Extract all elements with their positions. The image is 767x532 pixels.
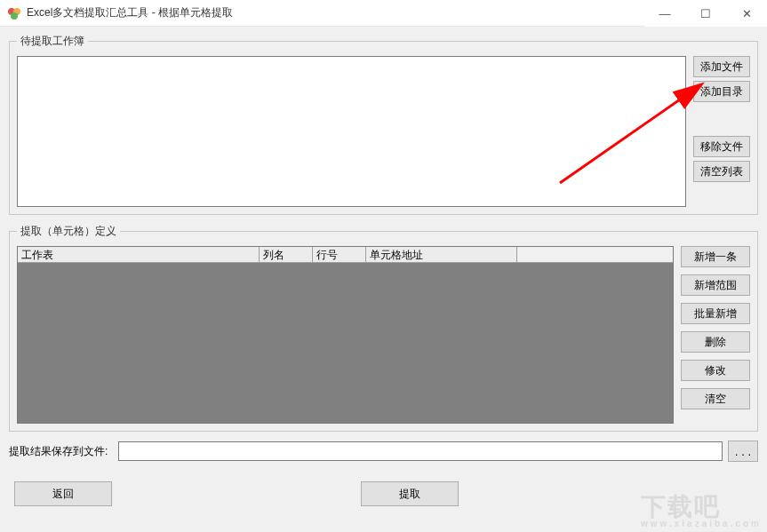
group-cell-definition: 提取（单元格）定义 工作表 列名 行号 单元格地址 新增一条 新增范围 批量新增… bbox=[9, 224, 758, 432]
definition-table[interactable]: 工作表 列名 行号 单元格地址 bbox=[17, 246, 674, 424]
edit-button[interactable]: 修改 bbox=[681, 360, 750, 381]
add-range-button[interactable]: 新增范围 bbox=[681, 274, 750, 296]
remove-file-button[interactable]: 移除文件 bbox=[693, 136, 750, 157]
save-row: 提取结果保存到文件: . . . bbox=[9, 441, 758, 462]
definition-buttons: 新增一条 新增范围 批量新增 删除 修改 清空 bbox=[681, 246, 750, 424]
browse-button[interactable]: . . . bbox=[728, 441, 758, 462]
svg-point-2 bbox=[11, 12, 18, 20]
workbook-list[interactable] bbox=[17, 56, 686, 207]
group-workbooks-legend: 待提取工作簿 bbox=[17, 34, 88, 49]
bottom-buttons: 返回 提取 bbox=[9, 478, 758, 506]
add-file-button[interactable]: 添加文件 bbox=[693, 56, 750, 77]
table-body bbox=[18, 263, 673, 423]
add-directory-button[interactable]: 添加目录 bbox=[693, 81, 750, 102]
th-column[interactable]: 列名 bbox=[260, 247, 313, 262]
group-cell-definition-legend: 提取（单元格）定义 bbox=[17, 224, 120, 239]
th-sheet[interactable]: 工作表 bbox=[18, 247, 260, 262]
add-one-button[interactable]: 新增一条 bbox=[681, 246, 750, 267]
window-controls: — ☐ ✕ bbox=[644, 0, 767, 26]
delete-button[interactable]: 删除 bbox=[681, 331, 750, 353]
table-header: 工作表 列名 行号 单元格地址 bbox=[18, 247, 673, 263]
extract-button[interactable]: 提取 bbox=[361, 481, 459, 506]
close-button[interactable]: ✕ bbox=[726, 0, 767, 27]
save-path-input[interactable] bbox=[118, 441, 723, 461]
app-icon bbox=[7, 6, 21, 20]
clear-button[interactable]: 清空 bbox=[681, 388, 750, 409]
client-area: 待提取工作簿 添加文件 添加目录 移除文件 清空列表 提取（单元格）定义 工作表… bbox=[0, 27, 767, 532]
add-batch-button[interactable]: 批量新增 bbox=[681, 303, 750, 324]
clear-list-button[interactable]: 清空列表 bbox=[693, 161, 750, 182]
minimize-button[interactable]: — bbox=[644, 0, 685, 27]
group-workbooks: 待提取工作簿 添加文件 添加目录 移除文件 清空列表 bbox=[9, 34, 758, 215]
save-label: 提取结果保存到文件: bbox=[9, 444, 108, 459]
back-button[interactable]: 返回 bbox=[14, 481, 112, 506]
watermark-sub: www.xiazaiba.com bbox=[641, 519, 762, 528]
window-title: Excel多文档提取汇总工具 - 根据单元格提取 bbox=[27, 5, 644, 20]
workbook-buttons: 添加文件 添加目录 移除文件 清空列表 bbox=[693, 56, 750, 207]
th-row[interactable]: 行号 bbox=[313, 247, 366, 262]
maximize-button[interactable]: ☐ bbox=[685, 0, 726, 27]
th-address[interactable]: 单元格地址 bbox=[366, 247, 517, 262]
title-bar: Excel多文档提取汇总工具 - 根据单元格提取 — ☐ ✕ bbox=[0, 0, 767, 27]
